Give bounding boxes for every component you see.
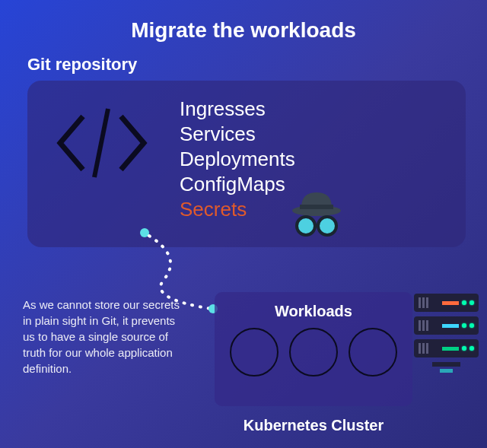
resource-item: Ingresses [180,97,295,121]
code-icon [49,97,155,189]
git-repo-panel: Ingresses Services Deployments ConfigMap… [27,81,466,247]
svg-line-0 [94,109,108,177]
svg-point-3 [297,217,315,235]
explanation-note: As we cannot store our secrets in plain … [23,297,183,377]
cluster-label: Kubernetes Cluster [215,417,412,434]
server-rack-icon [414,294,479,373]
pod-circle [349,328,397,377]
git-repo-label: Git repository [0,43,487,81]
pod-circle [230,328,279,377]
svg-rect-2 [300,205,333,209]
server-unit [414,316,479,335]
resource-list: Ingresses Services Deployments ConfigMap… [180,97,295,221]
svg-point-4 [318,217,336,235]
pods-row [215,328,412,377]
page-title: Migrate the workloads [0,0,487,43]
resource-item: ConfigMaps [180,173,295,196]
server-unit [414,339,479,357]
server-unit [414,294,479,312]
resource-item-secrets: Secrets [180,198,295,221]
workloads-panel: Workloads [215,292,412,406]
spy-icon [286,186,347,240]
pod-circle [289,328,338,377]
resource-item: Deployments [180,148,295,171]
svg-rect-5 [314,224,320,227]
workloads-title: Workloads [215,303,412,320]
resource-item: Services [180,122,295,146]
